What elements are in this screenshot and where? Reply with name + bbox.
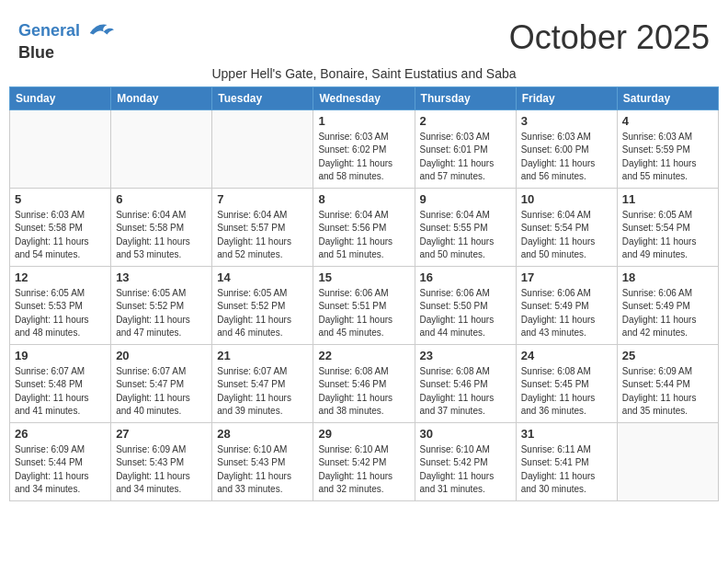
calendar-cell: 4Sunrise: 6:03 AMSunset: 5:59 PMDaylight… xyxy=(617,109,718,188)
weekday-header-tuesday: Tuesday xyxy=(212,86,313,109)
calendar-cell: 5Sunrise: 6:03 AMSunset: 5:58 PMDaylight… xyxy=(10,188,111,266)
calendar-cell: 27Sunrise: 6:09 AMSunset: 5:43 PMDayligh… xyxy=(111,422,212,500)
calendar-cell: 19Sunrise: 6:07 AMSunset: 5:48 PMDayligh… xyxy=(10,344,111,422)
weekday-header-sunday: Sunday xyxy=(10,86,111,109)
calendar-cell: 29Sunrise: 6:10 AMSunset: 5:42 PMDayligh… xyxy=(313,422,415,500)
day-info: Sunrise: 6:05 AMSunset: 5:52 PMDaylight:… xyxy=(116,287,207,340)
day-info: Sunrise: 6:06 AMSunset: 5:50 PMDaylight:… xyxy=(420,287,511,340)
logo-text: General Blue xyxy=(18,18,114,63)
day-info: Sunrise: 6:05 AMSunset: 5:54 PMDaylight:… xyxy=(622,209,713,262)
day-number: 7 xyxy=(217,192,308,206)
weekday-header-friday: Friday xyxy=(516,86,617,109)
day-info: Sunrise: 6:06 AMSunset: 5:49 PMDaylight:… xyxy=(622,287,713,340)
day-number: 16 xyxy=(420,270,511,284)
calendar-cell xyxy=(617,422,718,500)
calendar-cell: 13Sunrise: 6:05 AMSunset: 5:52 PMDayligh… xyxy=(111,266,212,344)
day-number: 3 xyxy=(521,114,612,128)
day-info: Sunrise: 6:06 AMSunset: 5:51 PMDaylight:… xyxy=(318,287,409,340)
calendar-table: SundayMondayTuesdayWednesdayThursdayFrid… xyxy=(9,86,719,501)
calendar-cell: 22Sunrise: 6:08 AMSunset: 5:46 PMDayligh… xyxy=(313,344,415,422)
day-info: Sunrise: 6:09 AMSunset: 5:44 PMDaylight:… xyxy=(622,365,713,419)
day-number: 12 xyxy=(15,270,106,284)
page-header: General Blue October 2025 xyxy=(9,9,719,63)
day-info: Sunrise: 6:08 AMSunset: 5:46 PMDaylight:… xyxy=(318,365,409,419)
day-info: Sunrise: 6:04 AMSunset: 5:57 PMDaylight:… xyxy=(217,209,308,262)
day-info: Sunrise: 6:05 AMSunset: 5:52 PMDaylight:… xyxy=(217,287,308,340)
day-info: Sunrise: 6:11 AMSunset: 5:41 PMDaylight:… xyxy=(521,443,612,497)
calendar-cell: 12Sunrise: 6:05 AMSunset: 5:53 PMDayligh… xyxy=(10,266,111,344)
day-info: Sunrise: 6:10 AMSunset: 5:42 PMDaylight:… xyxy=(420,443,511,497)
calendar-cell xyxy=(212,109,313,188)
weekday-header-monday: Monday xyxy=(111,86,212,109)
day-number: 1 xyxy=(318,114,409,128)
day-info: Sunrise: 6:03 AMSunset: 5:59 PMDaylight:… xyxy=(622,131,713,184)
day-info: Sunrise: 6:03 AMSunset: 5:58 PMDaylight:… xyxy=(15,209,106,262)
calendar-cell: 7Sunrise: 6:04 AMSunset: 5:57 PMDaylight… xyxy=(212,188,313,266)
day-info: Sunrise: 6:09 AMSunset: 5:44 PMDaylight:… xyxy=(15,443,106,497)
day-number: 26 xyxy=(15,427,106,441)
day-number: 27 xyxy=(116,427,207,441)
calendar-cell: 24Sunrise: 6:08 AMSunset: 5:45 PMDayligh… xyxy=(516,344,617,422)
calendar-cell: 31Sunrise: 6:11 AMSunset: 5:41 PMDayligh… xyxy=(516,422,617,500)
logo: General Blue xyxy=(18,18,114,63)
day-info: Sunrise: 6:04 AMSunset: 5:54 PMDaylight:… xyxy=(521,209,612,262)
day-number: 2 xyxy=(420,114,511,128)
day-number: 31 xyxy=(521,427,612,441)
day-info: Sunrise: 6:03 AMSunset: 6:01 PMDaylight:… xyxy=(420,131,511,184)
day-info: Sunrise: 6:10 AMSunset: 5:43 PMDaylight:… xyxy=(217,443,308,497)
day-number: 10 xyxy=(521,192,612,206)
calendar-cell: 9Sunrise: 6:04 AMSunset: 5:55 PMDaylight… xyxy=(415,188,516,266)
day-number: 17 xyxy=(521,270,612,284)
calendar-cell: 2Sunrise: 6:03 AMSunset: 6:01 PMDaylight… xyxy=(415,109,516,188)
day-number: 20 xyxy=(116,349,207,362)
day-info: Sunrise: 6:04 AMSunset: 5:58 PMDaylight:… xyxy=(116,209,207,262)
calendar-cell: 6Sunrise: 6:04 AMSunset: 5:58 PMDaylight… xyxy=(111,188,212,266)
day-info: Sunrise: 6:08 AMSunset: 5:46 PMDaylight:… xyxy=(420,365,511,419)
day-number: 21 xyxy=(217,349,308,362)
day-info: Sunrise: 6:03 AMSunset: 6:02 PMDaylight:… xyxy=(318,131,409,184)
day-info: Sunrise: 6:10 AMSunset: 5:42 PMDaylight:… xyxy=(318,443,409,497)
day-info: Sunrise: 6:04 AMSunset: 5:56 PMDaylight:… xyxy=(318,209,409,262)
calendar-cell: 18Sunrise: 6:06 AMSunset: 5:49 PMDayligh… xyxy=(617,266,718,344)
calendar-cell: 25Sunrise: 6:09 AMSunset: 5:44 PMDayligh… xyxy=(617,344,718,422)
calendar-week-row: 1Sunrise: 6:03 AMSunset: 6:02 PMDaylight… xyxy=(10,109,719,188)
calendar-cell: 17Sunrise: 6:06 AMSunset: 5:49 PMDayligh… xyxy=(516,266,617,344)
calendar-cell: 15Sunrise: 6:06 AMSunset: 5:51 PMDayligh… xyxy=(313,266,415,344)
day-info: Sunrise: 6:07 AMSunset: 5:47 PMDaylight:… xyxy=(217,365,308,419)
calendar-cell: 10Sunrise: 6:04 AMSunset: 5:54 PMDayligh… xyxy=(516,188,617,266)
day-info: Sunrise: 6:05 AMSunset: 5:53 PMDaylight:… xyxy=(15,287,106,340)
day-info: Sunrise: 6:06 AMSunset: 5:49 PMDaylight:… xyxy=(521,287,612,340)
calendar-cell: 21Sunrise: 6:07 AMSunset: 5:47 PMDayligh… xyxy=(212,344,313,422)
calendar-cell xyxy=(10,109,111,188)
day-number: 5 xyxy=(15,192,106,206)
calendar-week-row: 5Sunrise: 6:03 AMSunset: 5:58 PMDaylight… xyxy=(10,188,719,266)
day-number: 22 xyxy=(318,349,409,362)
calendar-cell: 14Sunrise: 6:05 AMSunset: 5:52 PMDayligh… xyxy=(212,266,313,344)
calendar-header: SundayMondayTuesdayWednesdayThursdayFrid… xyxy=(10,86,719,109)
logo-bird-icon xyxy=(86,18,114,44)
calendar-cell xyxy=(111,109,212,188)
month-title: October 2025 xyxy=(509,18,710,57)
day-number: 23 xyxy=(420,349,511,362)
day-number: 18 xyxy=(622,270,713,284)
day-number: 11 xyxy=(622,192,713,206)
day-info: Sunrise: 6:03 AMSunset: 6:00 PMDaylight:… xyxy=(521,131,612,184)
calendar-cell: 8Sunrise: 6:04 AMSunset: 5:56 PMDaylight… xyxy=(313,188,415,266)
day-number: 15 xyxy=(318,270,409,284)
weekday-header-thursday: Thursday xyxy=(415,86,516,109)
day-number: 6 xyxy=(116,192,207,206)
calendar-cell: 20Sunrise: 6:07 AMSunset: 5:47 PMDayligh… xyxy=(111,344,212,422)
calendar-cell: 11Sunrise: 6:05 AMSunset: 5:54 PMDayligh… xyxy=(617,188,718,266)
calendar-week-row: 19Sunrise: 6:07 AMSunset: 5:48 PMDayligh… xyxy=(10,344,719,422)
day-number: 30 xyxy=(420,427,511,441)
calendar-week-row: 26Sunrise: 6:09 AMSunset: 5:44 PMDayligh… xyxy=(10,422,719,500)
calendar-subtitle: Upper Hell's Gate, Bonaire, Saint Eustat… xyxy=(9,66,719,81)
calendar-cell: 3Sunrise: 6:03 AMSunset: 6:00 PMDaylight… xyxy=(516,109,617,188)
calendar-week-row: 12Sunrise: 6:05 AMSunset: 5:53 PMDayligh… xyxy=(10,266,719,344)
day-info: Sunrise: 6:07 AMSunset: 5:48 PMDaylight:… xyxy=(15,365,106,419)
day-number: 24 xyxy=(521,349,612,362)
day-info: Sunrise: 6:07 AMSunset: 5:47 PMDaylight:… xyxy=(116,365,207,419)
day-info: Sunrise: 6:08 AMSunset: 5:45 PMDaylight:… xyxy=(521,365,612,419)
calendar-cell: 26Sunrise: 6:09 AMSunset: 5:44 PMDayligh… xyxy=(10,422,111,500)
calendar-cell: 28Sunrise: 6:10 AMSunset: 5:43 PMDayligh… xyxy=(212,422,313,500)
